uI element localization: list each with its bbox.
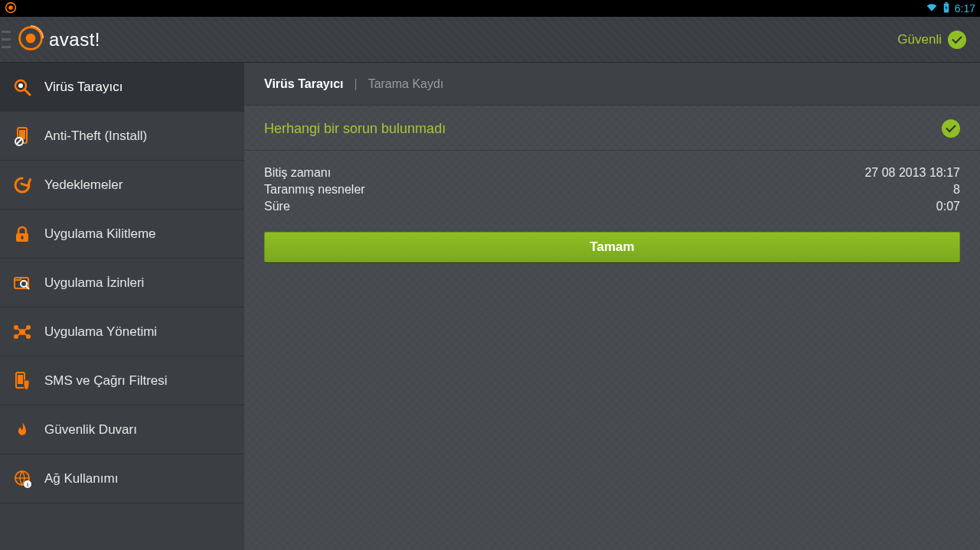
avast-logo-icon <box>17 24 44 55</box>
globe-info-icon: i <box>12 469 32 489</box>
flame-icon <box>12 420 32 440</box>
avast-logo[interactable]: avast! <box>17 24 100 55</box>
sidebar-item-firewall[interactable]: Güvenlik Duvarı <box>0 405 244 454</box>
check-icon <box>942 119 960 138</box>
svg-rect-3 <box>945 2 947 3</box>
detail-value: 27 08 2013 18:17 <box>864 166 960 180</box>
breadcrumb-current: Tarama Kaydı <box>368 77 444 91</box>
sidebar-filler <box>0 503 244 550</box>
svg-rect-14 <box>21 236 24 239</box>
security-status[interactable]: Güvenli <box>897 31 966 49</box>
sidebar-item-sms-call-filter[interactable]: SMS ve Çağrı Filtresi <box>0 356 244 405</box>
breadcrumb-root[interactable]: Virüs Tarayıcı <box>264 77 343 91</box>
drawer-toggle-icon[interactable] <box>2 28 11 51</box>
svg-text:i: i <box>27 481 28 488</box>
sidebar-item-anti-theft[interactable]: Anti-Theft (Install) <box>0 112 244 161</box>
sidebar-item-app-locking[interactable]: Uygulama Kilitleme <box>0 210 244 259</box>
scan-details: Bitiş zamanı 27 08 2013 18:17 Taranmış n… <box>244 151 980 220</box>
sidebar-item-label: Uygulama Yönetimi <box>44 324 157 340</box>
android-status-bar: 6:17 <box>0 0 980 17</box>
detail-value: 8 <box>953 183 960 197</box>
sidebar-item-network-usage[interactable]: i Ağ Kullanımı <box>0 454 244 503</box>
detail-label: Süre <box>264 200 290 213</box>
svg-point-5 <box>26 33 36 43</box>
nodes-icon <box>12 322 32 342</box>
detail-row-end-time: Bitiş zamanı 27 08 2013 18:17 <box>264 164 960 181</box>
sidebar: Virüs Tarayıcı Anti-Theft (Install) Yede… <box>0 63 244 550</box>
sidebar-item-label: Ağ Kullanımı <box>44 471 118 487</box>
svg-line-7 <box>24 89 30 95</box>
app-name: avast! <box>49 29 100 50</box>
svg-point-1 <box>8 5 13 10</box>
main-panel: Virüs Tarayıcı | Tarama Kaydı Herhangi b… <box>244 63 980 550</box>
detail-value: 0:07 <box>936 200 960 213</box>
statusbar-right: 6:17 <box>926 2 975 16</box>
sidebar-item-virus-scanner[interactable]: Virüs Tarayıcı <box>0 63 244 112</box>
scan-result-message: Herhangi bir sorun bulunmadı <box>264 121 446 137</box>
avast-tray-icon <box>5 4 17 16</box>
svg-point-16 <box>21 281 27 287</box>
refresh-icon <box>12 175 32 195</box>
security-status-label: Güvenli <box>897 32 942 47</box>
sidebar-item-label: Güvenlik Duvarı <box>44 422 137 438</box>
scan-result-row: Herhangi bir sorun bulunmadı <box>244 106 980 151</box>
svg-point-8 <box>18 83 23 88</box>
detail-label: Bitiş zamanı <box>264 166 331 180</box>
magnifier-bug-icon <box>12 77 32 97</box>
statusbar-left <box>5 2 17 16</box>
sidebar-item-backup[interactable]: Yedeklemeler <box>0 161 244 210</box>
battery-icon <box>942 2 950 16</box>
breadcrumb: Virüs Tarayıcı | Tarama Kaydı <box>244 63 980 106</box>
sidebar-item-label: Uygulama İzinleri <box>44 275 144 291</box>
sidebar-item-app-management[interactable]: Uygulama Yönetimi <box>0 308 244 356</box>
breadcrumb-separator: | <box>354 77 357 91</box>
ok-button[interactable]: Tamam <box>264 232 960 262</box>
sidebar-item-label: SMS ve Çağrı Filtresi <box>44 373 168 389</box>
phone-shield-icon <box>12 371 32 391</box>
detail-row-scanned-objects: Taranmış nesneler 8 <box>264 181 960 198</box>
lock-icon <box>12 224 32 244</box>
check-icon <box>948 31 966 49</box>
wifi-icon <box>926 2 938 16</box>
sidebar-item-label: Uygulama Kilitleme <box>44 226 156 242</box>
folder-magnifier-icon <box>12 273 32 293</box>
svg-rect-28 <box>18 375 23 384</box>
statusbar-time: 6:17 <box>955 2 975 15</box>
sidebar-item-app-permissions[interactable]: Uygulama İzinleri <box>0 259 244 308</box>
sidebar-item-label: Yedeklemeler <box>44 177 122 193</box>
phone-forbidden-icon <box>12 126 32 146</box>
detail-label: Taranmış nesneler <box>264 183 365 197</box>
sidebar-item-label: Virüs Tarayıcı <box>44 80 122 95</box>
detail-row-duration: Süre 0:07 <box>264 198 960 215</box>
sidebar-item-label: Anti-Theft (Install) <box>44 129 147 144</box>
app-header: avast! Güvenli <box>0 17 980 63</box>
